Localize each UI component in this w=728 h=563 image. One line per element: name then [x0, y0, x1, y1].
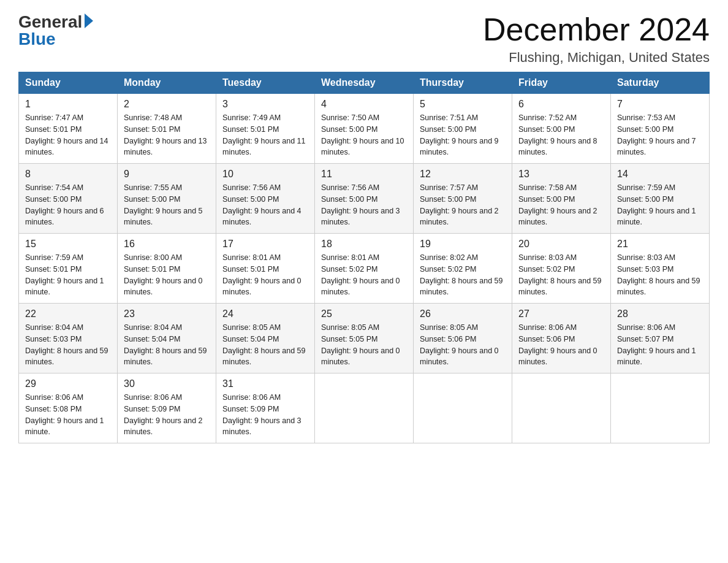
calendar-cell: 13 Sunrise: 7:58 AM Sunset: 5:00 PM Dayl… — [512, 164, 611, 234]
day-number: 17 — [222, 239, 308, 250]
day-number: 1 — [25, 99, 111, 110]
calendar-cell: 19 Sunrise: 8:02 AM Sunset: 5:02 PM Dayl… — [414, 234, 512, 304]
calendar-header-tuesday: Tuesday — [216, 72, 315, 94]
day-number: 3 — [222, 99, 308, 110]
calendar-cell: 27 Sunrise: 8:06 AM Sunset: 5:06 PM Dayl… — [512, 304, 611, 373]
day-info: Sunrise: 8:04 AM Sunset: 5:04 PM Dayligh… — [124, 322, 210, 368]
day-info: Sunrise: 7:51 AM Sunset: 5:00 PM Dayligh… — [420, 112, 506, 158]
day-number: 21 — [617, 239, 703, 250]
calendar-cell — [512, 373, 611, 443]
day-number: 15 — [25, 239, 111, 250]
day-info: Sunrise: 8:04 AM Sunset: 5:03 PM Dayligh… — [25, 322, 111, 368]
day-number: 30 — [124, 378, 210, 389]
calendar-week-1: 1 Sunrise: 7:47 AM Sunset: 5:01 PM Dayli… — [19, 94, 710, 164]
calendar-cell: 14 Sunrise: 7:59 AM Sunset: 5:00 PM Dayl… — [611, 164, 710, 234]
calendar-cell: 30 Sunrise: 8:06 AM Sunset: 5:09 PM Dayl… — [118, 373, 216, 443]
day-info: Sunrise: 8:06 AM Sunset: 5:08 PM Dayligh… — [25, 392, 111, 438]
logo-arrow-icon — [85, 13, 93, 28]
day-info: Sunrise: 8:05 AM Sunset: 5:04 PM Dayligh… — [222, 322, 308, 368]
calendar-cell: 5 Sunrise: 7:51 AM Sunset: 5:00 PM Dayli… — [414, 94, 512, 164]
day-info: Sunrise: 8:01 AM Sunset: 5:01 PM Dayligh… — [222, 252, 308, 298]
day-info: Sunrise: 7:59 AM Sunset: 5:00 PM Dayligh… — [617, 182, 703, 228]
calendar-cell: 10 Sunrise: 7:56 AM Sunset: 5:00 PM Dayl… — [216, 164, 315, 234]
day-number: 27 — [518, 308, 604, 320]
calendar-cell: 12 Sunrise: 7:57 AM Sunset: 5:00 PM Dayl… — [414, 164, 512, 234]
day-number: 12 — [420, 169, 506, 180]
day-info: Sunrise: 7:49 AM Sunset: 5:01 PM Dayligh… — [222, 112, 308, 158]
day-info: Sunrise: 7:50 AM Sunset: 5:00 PM Dayligh… — [321, 112, 407, 158]
calendar-cell: 21 Sunrise: 8:03 AM Sunset: 5:03 PM Dayl… — [611, 234, 710, 304]
calendar-header-sunday: Sunday — [19, 72, 118, 94]
calendar-cell: 2 Sunrise: 7:48 AM Sunset: 5:01 PM Dayli… — [118, 94, 216, 164]
day-info: Sunrise: 7:56 AM Sunset: 5:00 PM Dayligh… — [222, 182, 308, 228]
calendar-cell — [315, 373, 414, 443]
calendar-cell: 24 Sunrise: 8:05 AM Sunset: 5:04 PM Dayl… — [216, 304, 315, 373]
location-title: Flushing, Michigan, United States — [483, 50, 710, 66]
calendar-cell: 28 Sunrise: 8:06 AM Sunset: 5:07 PM Dayl… — [611, 304, 710, 373]
day-info: Sunrise: 7:59 AM Sunset: 5:01 PM Dayligh… — [25, 252, 111, 298]
day-number: 19 — [420, 239, 506, 250]
day-info: Sunrise: 7:54 AM Sunset: 5:00 PM Dayligh… — [25, 182, 111, 228]
day-number: 8 — [25, 169, 111, 180]
day-number: 13 — [518, 169, 604, 180]
calendar-cell: 18 Sunrise: 8:01 AM Sunset: 5:02 PM Dayl… — [315, 234, 414, 304]
day-number: 23 — [124, 308, 210, 320]
calendar-cell: 1 Sunrise: 7:47 AM Sunset: 5:01 PM Dayli… — [19, 94, 118, 164]
day-number: 6 — [518, 99, 604, 110]
calendar-cell: 6 Sunrise: 7:52 AM Sunset: 5:00 PM Dayli… — [512, 94, 611, 164]
calendar-cell: 20 Sunrise: 8:03 AM Sunset: 5:02 PM Dayl… — [512, 234, 611, 304]
calendar-header-saturday: Saturday — [611, 72, 710, 94]
day-info: Sunrise: 7:55 AM Sunset: 5:00 PM Dayligh… — [124, 182, 210, 228]
day-info: Sunrise: 8:03 AM Sunset: 5:02 PM Dayligh… — [518, 252, 604, 298]
calendar-cell: 4 Sunrise: 7:50 AM Sunset: 5:00 PM Dayli… — [315, 94, 414, 164]
day-number: 20 — [518, 239, 604, 250]
calendar-cell — [414, 373, 512, 443]
calendar-cell: 3 Sunrise: 7:49 AM Sunset: 5:01 PM Dayli… — [216, 94, 315, 164]
day-number: 2 — [124, 99, 210, 110]
day-number: 16 — [124, 239, 210, 250]
day-info: Sunrise: 7:47 AM Sunset: 5:01 PM Dayligh… — [25, 112, 111, 158]
calendar-cell: 17 Sunrise: 8:01 AM Sunset: 5:01 PM Dayl… — [216, 234, 315, 304]
day-number: 10 — [222, 169, 308, 180]
day-number: 28 — [617, 308, 703, 320]
calendar-cell: 31 Sunrise: 8:06 AM Sunset: 5:09 PM Dayl… — [216, 373, 315, 443]
day-info: Sunrise: 8:03 AM Sunset: 5:03 PM Dayligh… — [617, 252, 703, 298]
day-info: Sunrise: 8:00 AM Sunset: 5:01 PM Dayligh… — [124, 252, 210, 298]
calendar-cell: 7 Sunrise: 7:53 AM Sunset: 5:00 PM Dayli… — [611, 94, 710, 164]
calendar-cell: 8 Sunrise: 7:54 AM Sunset: 5:00 PM Dayli… — [19, 164, 118, 234]
day-number: 26 — [420, 308, 506, 320]
day-number: 24 — [222, 308, 308, 320]
calendar-cell: 26 Sunrise: 8:05 AM Sunset: 5:06 PM Dayl… — [414, 304, 512, 373]
day-info: Sunrise: 7:58 AM Sunset: 5:00 PM Dayligh… — [518, 182, 604, 228]
calendar-week-4: 22 Sunrise: 8:04 AM Sunset: 5:03 PM Dayl… — [19, 304, 710, 373]
day-info: Sunrise: 8:05 AM Sunset: 5:05 PM Dayligh… — [321, 322, 407, 368]
calendar-header-thursday: Thursday — [414, 72, 512, 94]
calendar-cell — [611, 373, 710, 443]
calendar-cell: 16 Sunrise: 8:00 AM Sunset: 5:01 PM Dayl… — [118, 234, 216, 304]
day-info: Sunrise: 8:05 AM Sunset: 5:06 PM Dayligh… — [420, 322, 506, 368]
day-number: 14 — [617, 169, 703, 180]
day-info: Sunrise: 8:06 AM Sunset: 5:07 PM Dayligh… — [617, 322, 703, 368]
day-info: Sunrise: 8:01 AM Sunset: 5:02 PM Dayligh… — [321, 252, 407, 298]
title-section: December 2024 Flushing, Michigan, United… — [483, 12, 710, 66]
day-number: 5 — [420, 99, 506, 110]
day-info: Sunrise: 8:06 AM Sunset: 5:06 PM Dayligh… — [518, 322, 604, 368]
day-number: 31 — [222, 378, 308, 389]
calendar-week-5: 29 Sunrise: 8:06 AM Sunset: 5:08 PM Dayl… — [19, 373, 710, 443]
month-title: December 2024 — [483, 12, 710, 47]
day-number: 7 — [617, 99, 703, 110]
calendar-header-wednesday: Wednesday — [315, 72, 414, 94]
calendar-cell: 29 Sunrise: 8:06 AM Sunset: 5:08 PM Dayl… — [19, 373, 118, 443]
day-number: 29 — [25, 378, 111, 389]
calendar-cell: 9 Sunrise: 7:55 AM Sunset: 5:00 PM Dayli… — [118, 164, 216, 234]
calendar-body: 1 Sunrise: 7:47 AM Sunset: 5:01 PM Dayli… — [19, 94, 710, 443]
day-number: 22 — [25, 308, 111, 320]
calendar-table: SundayMondayTuesdayWednesdayThursdayFrid… — [18, 72, 710, 443]
day-number: 11 — [321, 169, 407, 180]
calendar-cell: 23 Sunrise: 8:04 AM Sunset: 5:04 PM Dayl… — [118, 304, 216, 373]
day-number: 18 — [321, 239, 407, 250]
calendar-cell: 11 Sunrise: 7:56 AM Sunset: 5:00 PM Dayl… — [315, 164, 414, 234]
calendar-header-monday: Monday — [118, 72, 216, 94]
day-number: 25 — [321, 308, 407, 320]
day-number: 4 — [321, 99, 407, 110]
